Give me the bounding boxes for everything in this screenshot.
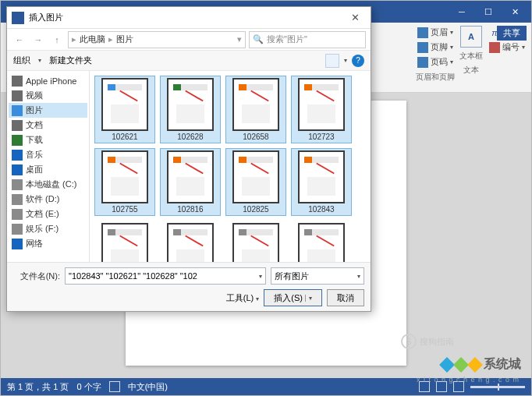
thumbnail-image bbox=[298, 223, 345, 262]
help-button[interactable]: ? bbox=[352, 55, 364, 67]
nav-forward-button[interactable]: → bbox=[30, 32, 46, 48]
tree-item[interactable]: 文档 (E:) bbox=[9, 207, 87, 221]
tree-item[interactable]: 图片 bbox=[9, 103, 87, 118]
tools-button[interactable]: 工具(L) ▾ bbox=[226, 292, 260, 304]
dialog-nav: ← → ↑ ▸ 此电脑 ▸ 图片 ▾ 🔍 搜索"图片" bbox=[7, 29, 371, 51]
thumbnail-item[interactable] bbox=[225, 221, 286, 262]
textbox-label: 文本框 bbox=[459, 51, 483, 62]
brand-text: 系统城 bbox=[484, 356, 521, 373]
close-button[interactable]: ✕ bbox=[502, 3, 528, 20]
thumbnail-item[interactable]: 102816 bbox=[160, 148, 221, 216]
thumbnail-label: 102658 bbox=[243, 133, 268, 141]
tree-item[interactable]: 桌面 bbox=[9, 162, 87, 177]
folder-icon bbox=[12, 194, 23, 205]
tree-item[interactable]: 本地磁盘 (C:) bbox=[9, 177, 87, 192]
folder-icon bbox=[12, 150, 23, 161]
tree-item-label: 桌面 bbox=[26, 164, 43, 175]
tree-item[interactable]: Apple iPhone bbox=[9, 74, 87, 88]
insert-picture-dialog: 插入图片 ✕ ← → ↑ ▸ 此电脑 ▸ 图片 ▾ 🔍 搜索"图片" 组织▾ 新… bbox=[6, 6, 371, 312]
thumbnail-item[interactable]: 102628 bbox=[160, 76, 221, 143]
minimize-button[interactable]: ─ bbox=[449, 3, 475, 20]
thumbnail-label: 102843 bbox=[308, 205, 334, 214]
thumbnail-item[interactable]: 102843 bbox=[291, 148, 352, 216]
tree-item-label: 软件 (D:) bbox=[26, 193, 59, 205]
ribbon-group-label: 页眉和页脚 bbox=[416, 72, 455, 83]
proofing-icon[interactable] bbox=[109, 381, 120, 392]
footer-button[interactable]: 页脚▾ bbox=[416, 41, 455, 54]
thumbnail-image bbox=[232, 78, 279, 131]
maximize-button[interactable]: ☐ bbox=[475, 3, 502, 20]
thumbnail-image bbox=[101, 78, 148, 131]
filetype-select[interactable]: 所有图片▾ bbox=[271, 267, 364, 285]
thumbnail-item[interactable]: 102658 bbox=[225, 76, 286, 143]
organize-button[interactable]: 组织 bbox=[13, 55, 30, 66]
newfolder-button[interactable]: 新建文件夹 bbox=[49, 55, 92, 66]
thumbnail-image bbox=[167, 150, 214, 203]
thumbnail-image bbox=[232, 150, 279, 203]
folder-icon bbox=[12, 239, 23, 249]
share-button[interactable]: 共享 bbox=[497, 26, 527, 41]
tree-item-label: 文档 (E:) bbox=[26, 208, 59, 220]
zoom-slider[interactable] bbox=[470, 386, 525, 388]
search-input[interactable]: 🔍 搜索"图片" bbox=[249, 31, 366, 48]
thumbnail-item[interactable]: 102755 bbox=[94, 148, 155, 216]
thumbnail-item[interactable] bbox=[94, 221, 155, 262]
breadcrumb[interactable]: ▸ 此电脑 ▸ 图片 ▾ bbox=[68, 31, 246, 48]
tree-item-label: 视频 bbox=[26, 90, 43, 101]
sogou-watermark: S 搜狗指南 bbox=[401, 334, 454, 349]
thumbnail-label: 102621 bbox=[112, 133, 137, 141]
breadcrumb-item[interactable]: 图片 bbox=[116, 34, 133, 45]
thumbnail-item[interactable]: 102621 bbox=[94, 76, 155, 143]
status-words[interactable]: 0 个字 bbox=[76, 381, 101, 393]
thumbnail-label: 102723 bbox=[308, 133, 334, 141]
tree-item[interactable]: 视频 bbox=[9, 88, 87, 103]
folder-tree[interactable]: Apple iPhone视频图片文档下载音乐桌面本地磁盘 (C:)软件 (D:)… bbox=[7, 71, 90, 262]
filename-input[interactable]: "102843" "102621" "102628" "102▾ bbox=[65, 267, 266, 285]
thumbnail-grid[interactable]: 1026211026281026581027231027551028161028… bbox=[90, 71, 371, 262]
folder-icon bbox=[12, 105, 23, 116]
logo-diamond-icon bbox=[467, 357, 483, 373]
thumbnail-image bbox=[101, 223, 148, 262]
thumbnail-image bbox=[298, 78, 345, 131]
pageno-button[interactable]: 页码▾ bbox=[416, 55, 455, 69]
folder-icon bbox=[12, 120, 23, 131]
filename-label: 文件名(N): bbox=[13, 270, 60, 282]
dialog-titlebar: 插入图片 ✕ bbox=[7, 7, 371, 29]
ribbon-text-group: A 文本框 文本 bbox=[459, 26, 483, 76]
thumbnail-image bbox=[101, 150, 148, 203]
tree-item[interactable]: 娱乐 (F:) bbox=[9, 221, 87, 236]
status-lang[interactable]: 中文(中国) bbox=[128, 381, 168, 393]
tree-item[interactable]: 软件 (D:) bbox=[9, 192, 87, 207]
status-page[interactable]: 第 1 页，共 1 页 bbox=[7, 381, 69, 393]
brand-url: x i t o n g c h e n g . c o m bbox=[417, 376, 520, 384]
breadcrumb-item[interactable]: 此电脑 bbox=[80, 34, 105, 45]
tree-item[interactable]: 音乐 bbox=[9, 147, 87, 162]
thumbnail-item[interactable] bbox=[160, 221, 221, 262]
tree-item[interactable]: 文档 bbox=[9, 118, 87, 133]
brand-watermark: 系统城 bbox=[442, 356, 521, 373]
numbering-button[interactable]: 编号▾ bbox=[488, 41, 527, 54]
textbox-button[interactable]: A bbox=[460, 26, 482, 48]
view-options-button[interactable] bbox=[325, 54, 339, 68]
thumbnail-item[interactable]: 102825 bbox=[225, 148, 286, 216]
nav-up-button[interactable]: ↑ bbox=[49, 32, 65, 48]
nav-back-button[interactable]: ← bbox=[12, 32, 27, 48]
thumbnail-label: 102825 bbox=[243, 205, 268, 214]
tree-item-label: 本地磁盘 (C:) bbox=[26, 179, 76, 190]
cancel-button[interactable]: 取消 bbox=[327, 289, 364, 306]
header-button[interactable]: 页眉▾ bbox=[416, 26, 455, 39]
thumbnail-label: 102816 bbox=[177, 205, 203, 214]
insert-button[interactable]: 插入(S)▾ bbox=[264, 289, 322, 306]
tree-item[interactable]: 网络 bbox=[9, 236, 87, 251]
thumbnail-item[interactable] bbox=[291, 221, 352, 262]
tree-item[interactable]: 下载 bbox=[9, 133, 87, 147]
thumbnail-item[interactable]: 102723 bbox=[291, 76, 352, 143]
thumbnail-image bbox=[298, 150, 345, 203]
sogou-logo-icon: S bbox=[401, 334, 417, 349]
ribbon-header-footer-group: 页眉▾ 页脚▾ 页码▾ 页眉和页脚 bbox=[416, 26, 455, 83]
ribbon-group-label-2: 文本 bbox=[463, 65, 479, 76]
thumbnail-image bbox=[232, 223, 279, 262]
dialog-close-button[interactable]: ✕ bbox=[344, 12, 366, 23]
tree-item-label: 图片 bbox=[26, 104, 43, 116]
folder-icon bbox=[12, 164, 23, 175]
